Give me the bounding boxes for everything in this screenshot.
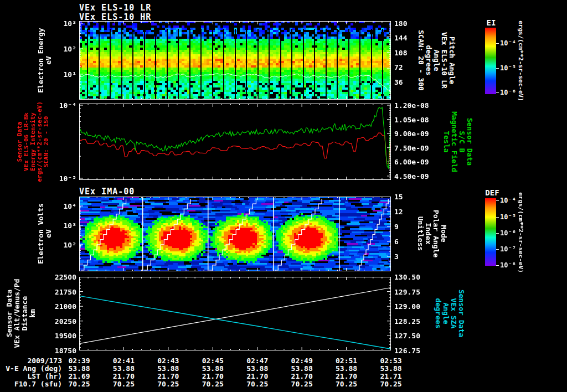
row-value: 21.71	[380, 372, 401, 380]
page-title-ima: VEx IMA-00	[79, 187, 135, 197]
row-value: 21.70	[246, 372, 268, 380]
colorbar-tick-label: 10⁻⁵	[500, 213, 516, 221]
altitude-line	[79, 288, 391, 344]
colorbar-tick-mark	[496, 68, 499, 69]
els-spectrogram-image	[79, 21, 391, 100]
row-value: 53.88	[246, 364, 268, 373]
row-value: 70.25	[202, 380, 224, 388]
row-value: 53.88	[113, 364, 135, 373]
mag-right-axis-label: Sensor DataS/C BMagnetic FieldTesla	[442, 111, 473, 172]
colorbar-tick-label: 10⁻⁵	[500, 64, 516, 72]
right-axis-tick-label: 6	[394, 238, 399, 246]
right-axis-tick-label: 127.50	[394, 332, 420, 340]
right-axis-tick-label: 1.20e-08	[394, 101, 429, 110]
trajectory-panel	[79, 277, 391, 350]
colorbar-title-def: DEF	[485, 188, 499, 197]
right-axis-tick-label: 180	[394, 19, 407, 27]
y-axis-tick-label: 10¹	[64, 70, 76, 78]
right-axis-tick-label: 126.75	[394, 347, 420, 355]
y-axis-tick-label: 21750	[55, 287, 76, 296]
row-value: 53.88	[291, 364, 313, 373]
els-right-axis-label: Pitch AngleVEx ELS-10 LRAngledegreesSCAN…	[417, 30, 456, 91]
row-value: 21.70	[113, 372, 135, 380]
row-value: 53.88	[202, 364, 224, 373]
row-value: 21.70	[202, 372, 224, 380]
intensity-line-red	[79, 133, 391, 163]
right-axis-tick-label: 144	[394, 34, 407, 42]
right-axis-tick-label: 9.00e-09	[394, 130, 429, 138]
row-value: 21.70	[336, 372, 357, 380]
ima-spectrogram-image	[79, 197, 391, 271]
ima-colorbar	[485, 198, 496, 266]
right-axis-tick-label: 129.00	[394, 302, 420, 311]
row-value: 21.70	[157, 372, 179, 380]
colorbar-tick-mark	[496, 233, 499, 234]
y-axis-tick-label: 10⁴	[64, 202, 76, 210]
right-axis-tick-label: 128.25	[394, 317, 420, 325]
time-tick-label: 02:39	[68, 357, 90, 365]
date-label: 2009/173	[27, 357, 62, 365]
ima-colorbar-units: ergs/(cm**2-sr-sec-eV)	[517, 192, 524, 273]
time-tick-label: 02:51	[336, 357, 357, 365]
y-axis-tick-label: 19500	[55, 332, 76, 340]
row-value: 21.69	[68, 372, 90, 380]
time-tick-label: 02:45	[202, 357, 224, 365]
right-axis-tick-label: 72	[394, 63, 403, 71]
mag-left-axis-label: Sensor DataVEx ELS-06 LR-BkEnergy Intens…	[17, 101, 50, 182]
y-axis-tick-label: 10⁻⁵	[59, 174, 76, 182]
right-axis-tick-label: 3	[394, 252, 399, 261]
row-value: 70.25	[291, 380, 313, 388]
trajectory-lines	[79, 277, 391, 350]
y-axis-tick-label: 21000	[55, 302, 76, 311]
y-axis-tick-label: 18750	[55, 347, 76, 355]
colorbar-tick-label: 10⁻⁷	[500, 245, 516, 253]
right-axis-tick-label: 15	[394, 193, 403, 201]
y-axis-tick-label: 20250	[55, 317, 76, 325]
els-colorbar-units: ergs/(cm**2-sr-sec-eV)	[517, 20, 524, 101]
row-value: 70.25	[380, 380, 401, 388]
time-tick-label: 02:47	[246, 357, 268, 365]
ima-left-axis-label: Electron VoltseV	[37, 203, 53, 264]
ima-spectrogram-panel	[79, 197, 391, 271]
colorbar-tick-mark	[496, 43, 499, 44]
y-axis-tick-label: 10³	[64, 221, 76, 229]
row-value: 53.88	[336, 364, 357, 373]
magnetic-field-line-green	[79, 107, 391, 168]
right-axis-tick-label: 4.50e-09	[394, 172, 429, 180]
row-label: LST (hr)	[27, 372, 62, 380]
row-value: 53.88	[68, 364, 90, 373]
colorbar-title-ei: EI	[487, 18, 496, 27]
row-value: 70.25	[246, 380, 268, 388]
colorbar-tick-mark	[496, 265, 499, 266]
magnetic-field-lines	[79, 104, 391, 180]
right-axis-tick-label: 130.50	[394, 273, 420, 281]
els-spectrogram-panel	[79, 21, 391, 100]
y-axis-tick-label: 22500	[55, 273, 76, 281]
row-label: F10.7 (sfu)	[14, 380, 62, 388]
colorbar-tick-mark	[496, 217, 499, 218]
colorbar-tick-label: 10⁻⁴	[500, 197, 516, 204]
colorbar-tick-label: 10⁻⁶	[500, 229, 516, 237]
vex-summary-plot: VEx ELS-10 LR VEx ELS-10 HR VEx IMA-00 E…	[0, 0, 567, 392]
time-tick-label: 02:41	[113, 357, 135, 365]
ima-right-axis-label: ModePolar AngleIndexUnitless	[416, 210, 447, 257]
magnetic-field-panel	[79, 104, 391, 180]
right-axis-tick-label: 108	[394, 48, 407, 56]
row-value: 70.25	[157, 380, 179, 388]
time-tick-label: 02:49	[291, 357, 313, 365]
right-axis-tick-label: 36	[394, 78, 403, 86]
page-title-els-lr: VEx ELS-10 LR	[79, 3, 151, 13]
colorbar-tick-label: 10⁻⁴	[500, 39, 516, 47]
els-left-axis-label: Electron EnergyeV	[37, 28, 53, 92]
y-axis-tick-label: 10³	[64, 19, 76, 27]
traj-right-axis-label: Sensor DataVEx SZAAngledegrees	[434, 290, 465, 337]
y-axis-tick-label: 10⁻⁴	[59, 101, 76, 110]
right-axis-tick-label: 12	[394, 208, 403, 216]
traj-left-axis-label: Sensor DataVEx Alt/Venus/PdDistancekm	[6, 278, 37, 348]
row-value: 70.25	[113, 380, 135, 388]
colorbar-tick-mark	[496, 200, 499, 201]
row-label: V-E Ang (deg)	[6, 364, 62, 373]
y-axis-tick-label: 10²	[64, 240, 76, 249]
colorbar-tick-mark	[496, 249, 499, 250]
right-axis-tick-label: 7.50e-09	[394, 143, 429, 152]
